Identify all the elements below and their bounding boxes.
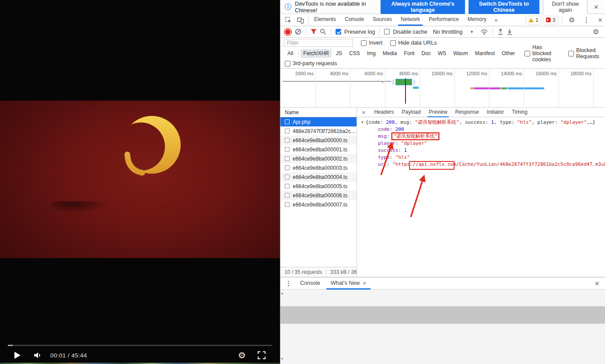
video-settings-icon[interactable]: ⚙ <box>238 350 246 360</box>
drawer-tab-console[interactable]: Console <box>295 277 325 290</box>
tab-response[interactable]: Response <box>451 108 483 117</box>
clear-icon[interactable] <box>295 28 301 35</box>
type-filter-css[interactable]: CSS <box>346 49 363 58</box>
type-filter-other[interactable]: Other <box>499 49 518 58</box>
table-row[interactable]: e664ce9e8ba000005.ts <box>280 182 357 191</box>
tab-preview[interactable]: Preview <box>425 108 451 117</box>
kebab-menu-icon[interactable]: ⋮ <box>580 16 593 24</box>
tab-console[interactable]: Console <box>340 14 368 26</box>
type-filter-fetch-xhr[interactable]: Fetch/XHR <box>301 49 332 58</box>
json-summary-line[interactable]: ▼{code: 200, msg: "诺讯智能解析系统", success: 1… <box>361 119 605 126</box>
warnings-badge[interactable]: 1 <box>526 16 541 24</box>
tab-sources[interactable]: Sources <box>368 14 396 26</box>
type-filter-manifest[interactable]: Manifest <box>472 49 497 58</box>
tab-timing[interactable]: Timing <box>508 108 532 117</box>
type-filter-wasm[interactable]: Wasm <box>451 49 471 58</box>
json-property-row[interactable]: code: 200 <box>361 126 605 133</box>
table-row[interactable]: e664ce9e8ba000001.ts <box>280 145 357 154</box>
inspect-element-icon[interactable] <box>282 17 294 24</box>
row-checkbox[interactable] <box>285 156 290 161</box>
table-row[interactable]: e664ce9e8ba000007.ts <box>280 200 357 209</box>
row-checkbox[interactable] <box>285 119 290 124</box>
import-har-icon[interactable] <box>497 28 504 35</box>
row-checkbox[interactable] <box>285 175 290 179</box>
search-icon[interactable] <box>320 28 326 35</box>
fullscreen-icon[interactable] <box>258 351 266 359</box>
switch-to-chinese-button[interactable]: Switch DevTools to Chinese <box>469 0 539 15</box>
drawer-tab-whats-new[interactable]: What's New × <box>325 277 371 290</box>
settings-gear-icon[interactable]: ⚙ <box>566 16 578 24</box>
invert-checkbox[interactable] <box>361 40 367 46</box>
type-filter-js[interactable]: JS <box>333 49 345 58</box>
table-row[interactable]: e664ce9e8ba000003.ts <box>280 163 357 172</box>
json-property-row[interactable]: type: "hls" <box>361 154 605 161</box>
network-conditions-icon[interactable] <box>480 28 488 35</box>
has-blocked-cookies-checkbox[interactable] <box>525 51 530 56</box>
type-filter-font[interactable]: Font <box>401 49 417 58</box>
scrollbar-up-icon[interactable]: ▲ <box>280 291 605 295</box>
scrollbar-down-icon[interactable]: ▼ <box>280 357 605 361</box>
tab-headers[interactable]: Headers <box>370 108 398 117</box>
row-checkbox[interactable] <box>285 165 290 170</box>
json-property-row[interactable]: success: 1 <box>361 147 605 154</box>
table-row[interactable]: Api.php <box>280 117 357 126</box>
row-checkbox[interactable] <box>285 138 290 143</box>
third-party-checkbox[interactable] <box>285 61 290 66</box>
row-checkbox[interactable] <box>285 147 290 152</box>
play-button[interactable] <box>14 352 21 359</box>
notification-close-icon[interactable]: × <box>591 3 601 11</box>
volume-icon[interactable] <box>33 351 43 359</box>
scrollbar-thumb[interactable] <box>280 306 605 324</box>
network-overview-timeline[interactable]: 2000 ms4000 ms6000 ms8000 ms10000 ms1200… <box>280 69 605 108</box>
hide-data-urls-checkbox[interactable] <box>390 40 396 46</box>
type-filter-media[interactable]: Media <box>380 49 400 58</box>
drawer-close-icon[interactable]: × <box>592 280 605 287</box>
error-icon <box>546 18 551 22</box>
network-settings-gear-icon[interactable]: ⚙ <box>590 28 602 36</box>
json-property-row[interactable]: player: "dplayer" <box>361 140 605 147</box>
throttling-select[interactable]: No throttling <box>433 29 462 35</box>
errors-badge[interactable]: 3 <box>543 16 558 24</box>
tab-memory[interactable]: Memory <box>463 14 491 26</box>
match-language-button[interactable]: Always match Chrome's language <box>381 0 465 15</box>
json-property-row[interactable]: msg: "诺讯智能解析系统" <box>361 133 605 140</box>
tab-close-icon[interactable]: × <box>363 277 366 289</box>
json-property-row[interactable]: url: "https://api.nxflv.com/Cache/YunLia… <box>361 161 605 168</box>
disable-cache-checkbox[interactable] <box>384 29 390 35</box>
tab-performance[interactable]: Performance <box>424 14 463 26</box>
table-row[interactable]: e664ce9e8ba000006.ts <box>280 191 357 200</box>
record-button[interactable] <box>285 29 290 35</box>
tab-elements[interactable]: Elements <box>310 14 340 26</box>
type-filter-img[interactable]: Img <box>364 49 378 58</box>
type-filter-doc[interactable]: Doc <box>419 49 433 58</box>
chevron-down-icon[interactable]: ▼ <box>470 30 474 34</box>
tab-payload[interactable]: Payload <box>398 108 425 117</box>
export-har-icon[interactable] <box>507 28 513 35</box>
tab-initiator[interactable]: Initiator <box>483 108 508 117</box>
blocked-requests-checkbox[interactable] <box>568 51 574 56</box>
row-checkbox[interactable] <box>285 193 290 198</box>
preserve-log-checkbox[interactable] <box>336 29 341 35</box>
device-toolbar-icon[interactable] <box>294 17 307 24</box>
tab-network[interactable]: Network <box>396 14 424 26</box>
drawer-kebab-menu-icon[interactable]: ⋮ <box>282 280 295 287</box>
video-progress-bar[interactable] <box>8 345 272 346</box>
devtools-close-icon[interactable]: × <box>595 16 605 24</box>
details-close-icon[interactable]: × <box>357 109 370 116</box>
disclosure-triangle-icon[interactable]: ▼ <box>361 120 364 124</box>
row-checkbox[interactable] <box>285 129 290 133</box>
row-checkbox[interactable] <box>285 202 290 207</box>
type-filter-all[interactable]: All <box>285 49 296 58</box>
dont-show-again-button[interactable]: Don't show again <box>543 0 588 15</box>
filter-icon[interactable] <box>311 29 317 35</box>
drawer-scrollbar[interactable] <box>280 290 605 364</box>
table-row[interactable]: 468e28747f3f72861ba2c5… <box>280 126 357 136</box>
table-row[interactable]: e664ce9e8ba000004.ts <box>280 172 357 182</box>
type-filter-ws[interactable]: WS <box>435 49 449 58</box>
table-row[interactable]: e664ce9e8ba000000.ts <box>280 136 357 145</box>
filter-input[interactable] <box>284 39 353 47</box>
row-checkbox[interactable] <box>285 184 290 189</box>
column-header-name[interactable]: Name <box>280 108 357 117</box>
more-tabs-button[interactable]: » <box>491 17 500 23</box>
table-row[interactable]: e664ce9e8ba000002.ts <box>280 154 357 163</box>
